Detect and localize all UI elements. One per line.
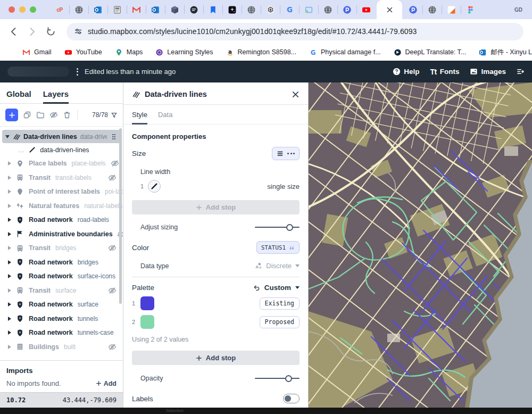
pinned-tab-chatgpt[interactable]: [261, 0, 280, 19]
expand-caret-icon[interactable]: [8, 218, 11, 222]
data-type-select[interactable]: Discrete: [254, 262, 300, 270]
pinned-tab-outlook-2[interactable]: [146, 0, 165, 19]
window-controls[interactable]: [9, 6, 36, 13]
opacity-slider[interactable]: [255, 375, 300, 382]
pinned-tab-cube[interactable]: [165, 0, 184, 19]
selected-layer-row[interactable]: Data-driven lines data-driven-line: [2, 130, 121, 143]
color-swatch-existing[interactable]: [140, 296, 154, 310]
color-swatch-proposed[interactable]: [140, 315, 154, 329]
stop-value-chip[interactable]: Proposed: [260, 316, 300, 328]
pinned-tab-p-badge-2[interactable]: [403, 0, 422, 19]
bookmark-learning-styles[interactable]: Learning Styles: [155, 48, 213, 56]
map-view[interactable]: [309, 82, 532, 408]
bookmark-youtube[interactable]: YouTube: [64, 48, 102, 56]
minimize-window-button[interactable]: [19, 6, 26, 13]
delete-layer-icon[interactable]: [63, 111, 71, 119]
visibility-off-icon[interactable]: [108, 343, 117, 351]
bookmark-maps[interactable]: Maps: [115, 48, 143, 56]
visibility-off-icon[interactable]: [108, 173, 117, 182]
pinned-tab-chat[interactable]: [184, 0, 203, 19]
color-field-chip[interactable]: STATUS1: [256, 241, 300, 254]
layer-row-road-tunnels-case[interactable]: Road networktunnels-case: [0, 326, 123, 340]
expand-caret-icon[interactable]: [8, 161, 11, 165]
close-window-button[interactable]: [9, 6, 15, 13]
tab-overflow-icon[interactable]: GD: [514, 7, 522, 13]
adjust-sizing-slider[interactable]: [255, 223, 300, 231]
pinned-tab-mountain[interactable]: [442, 0, 461, 19]
reload-icon[interactable]: [46, 27, 56, 37]
pinned-tab-frame[interactable]: [299, 0, 318, 19]
pinned-tab-globe[interactable]: [69, 0, 88, 19]
forward-icon[interactable]: [27, 27, 37, 37]
layer-row-place-labels[interactable]: Place labelsplace-labels: [0, 156, 123, 171]
slider-knob[interactable]: [285, 375, 292, 382]
layer-row-road-tunnels[interactable]: Road networktunnels: [0, 312, 123, 326]
layer-row-transit-bridges[interactable]: Transitbridges: [0, 241, 123, 255]
help-button[interactable]: Help: [393, 68, 419, 76]
filter-icon[interactable]: [111, 112, 118, 119]
pinned-tab-youtube[interactable]: [356, 0, 376, 19]
style-name-pill[interactable]: [7, 67, 69, 77]
layer-row-road-bridges[interactable]: Road networkbridges: [0, 255, 123, 270]
layer-row-road-labels[interactable]: Road networkroad-labels: [0, 213, 123, 227]
layer-row-natural-labels[interactable]: Natural featuresnatural-labels: [0, 199, 123, 213]
tab-data[interactable]: Data: [158, 111, 172, 124]
site-settings-icon[interactable]: [74, 27, 82, 36]
bookmark-deepl[interactable]: DeepL Translate: T...: [394, 48, 467, 56]
expand-caret-icon[interactable]: [8, 288, 11, 293]
url-field[interactable]: studio.mapbox.com/styles/lucine1010/cm2u…: [66, 23, 523, 40]
layer-row-poi-labels[interactable]: Point of interest labelspoi-labels: [0, 185, 123, 199]
close-tab-icon[interactable]: [386, 6, 393, 13]
labels-toggle[interactable]: [283, 394, 300, 403]
size-value-button[interactable]: [272, 147, 300, 160]
layer-row-transit-surface[interactable]: Transitsurface: [0, 284, 123, 298]
pinned-tab-outlook[interactable]: [88, 0, 107, 19]
bookmark-outlook-mail[interactable]: 邮件 - Xinyu Lu -...: [479, 48, 532, 57]
collapse-caret-icon[interactable]: [5, 135, 10, 138]
layer-row-road-surface[interactable]: Road networksurface: [0, 297, 123, 312]
add-stop-button[interactable]: Add stop: [132, 351, 300, 365]
expand-caret-icon[interactable]: [8, 232, 11, 236]
expand-caret-icon[interactable]: [8, 176, 11, 180]
layer-row-admin[interactable]: Administrative boundariesadmin: [0, 227, 123, 242]
more-options-icon[interactable]: [287, 153, 295, 154]
pinned-tab-gmail[interactable]: [127, 0, 146, 19]
palette-select[interactable]: Custom: [253, 284, 300, 292]
active-tab[interactable]: [377, 0, 402, 19]
pinned-tab-google[interactable]: [280, 0, 299, 19]
group-layers-icon[interactable]: [36, 111, 45, 119]
map-canvas[interactable]: [309, 82, 532, 408]
expand-caret-icon[interactable]: [8, 189, 11, 194]
tab-global[interactable]: Global: [6, 89, 31, 103]
expand-caret-icon[interactable]: [8, 260, 11, 264]
visibility-off-icon[interactable]: [111, 159, 119, 168]
back-icon[interactable]: [9, 27, 19, 37]
pinned-tab-bookmark[interactable]: [203, 0, 222, 19]
bookmark-google[interactable]: Physical damage f...: [309, 48, 381, 56]
tab-layers[interactable]: Layers: [43, 89, 69, 103]
undo-icon[interactable]: [253, 284, 260, 292]
layer-row-road-surface-icons[interactable]: Road networksurface-icons: [0, 269, 123, 284]
expand-caret-icon[interactable]: [8, 246, 11, 250]
images-button[interactable]: Images: [470, 68, 506, 76]
bookmark-amazon[interactable]: Remington S8598...: [226, 48, 297, 56]
close-panel-icon[interactable]: [292, 90, 300, 98]
expand-caret-icon[interactable]: [8, 345, 11, 349]
expand-caret-icon[interactable]: [8, 317, 11, 321]
layer-row-buildings[interactable]: Buildingsbuilt: [0, 340, 123, 354]
duplicate-layer-icon[interactable]: [23, 111, 31, 119]
hide-layer-icon[interactable]: [49, 111, 58, 119]
pinned-tab-figma[interactable]: [461, 0, 480, 19]
pinned-tab-sparkle[interactable]: [222, 0, 242, 19]
bookmark-gmail[interactable]: Gmail: [22, 48, 52, 56]
tab-style[interactable]: Style: [132, 111, 147, 124]
pinned-tab-screenshot[interactable]: [107, 0, 127, 19]
style-menu-icon[interactable]: [77, 68, 78, 76]
pinned-tab-globe-3[interactable]: [318, 0, 337, 19]
layer-row-transit-labels[interactable]: Transittransit-labels: [0, 171, 123, 185]
scrollbar-thumb[interactable]: [119, 128, 122, 304]
maximize-window-button[interactable]: [30, 6, 36, 13]
visibility-off-icon[interactable]: [108, 244, 117, 252]
expand-caret-icon[interactable]: [8, 330, 11, 335]
pinned-tab-globe-2[interactable]: [242, 0, 261, 19]
